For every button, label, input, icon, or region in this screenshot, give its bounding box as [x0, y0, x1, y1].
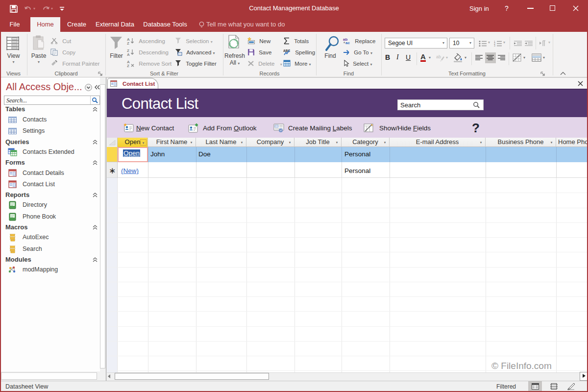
svg-text:Z: Z: [127, 41, 129, 45]
svg-text:ab: ab: [436, 54, 441, 59]
svg-text:Z: Z: [127, 64, 129, 67]
svg-text:3: 3: [494, 44, 495, 47]
svg-text:A: A: [127, 52, 130, 56]
svg-text:ac: ac: [345, 41, 350, 44]
